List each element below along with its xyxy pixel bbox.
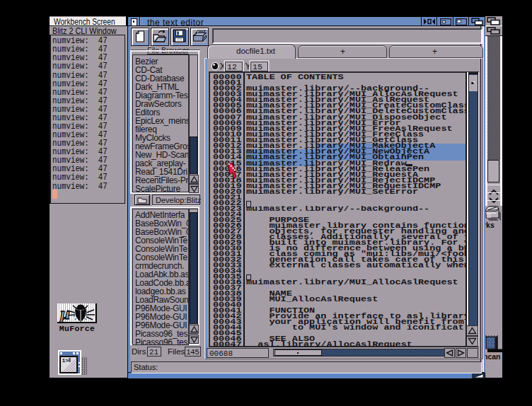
svg-text:µ: µ	[59, 304, 70, 322]
